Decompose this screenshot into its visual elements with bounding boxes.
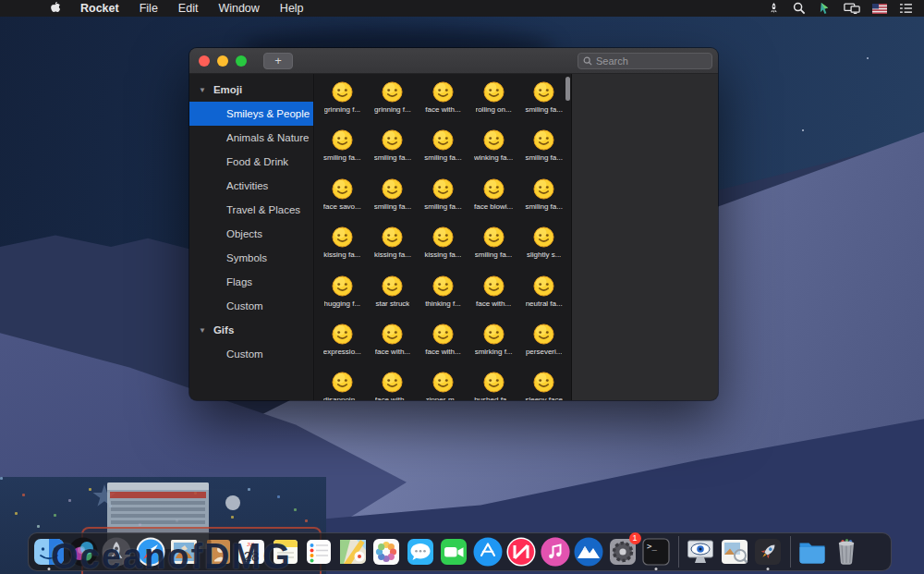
scrollbar-thumb[interactable] [565, 77, 570, 101]
emoji-cell[interactable]: winking fa... [468, 126, 519, 174]
disclosure-triangle-icon[interactable]: ▼ [199, 326, 206, 335]
dock-maps[interactable] [337, 534, 369, 569]
sidebar-item-travel-places[interactable]: Travel & Places [189, 198, 313, 222]
dock-notes[interactable] [270, 534, 301, 569]
menu-app-name[interactable]: Rocket [80, 2, 119, 15]
running-indicator-dot [48, 568, 51, 570]
dock-calendar[interactable]: JUL28 [236, 534, 267, 569]
emoji-cell[interactable]: star struck [368, 272, 419, 320]
sidebar-item-custom[interactable]: Custom [189, 294, 313, 318]
us-flag-icon[interactable] [872, 4, 887, 14]
dock-divider [790, 536, 791, 568]
emoji-cell[interactable]: face blowi... [468, 175, 519, 223]
emoji-cell[interactable]: smiling fa... [518, 126, 569, 174]
emoji-cell[interactable]: face savo... [317, 175, 368, 223]
dock-trash[interactable] [831, 534, 862, 569]
displays-icon[interactable] [844, 3, 860, 15]
close-button[interactable] [199, 55, 210, 67]
emoji-cell[interactable]: smiling fa... [418, 126, 468, 174]
emoji-cell[interactable]: smiling fa... [518, 78, 569, 126]
emoji-cell[interactable]: disappoin... [317, 368, 368, 400]
emoji-cell[interactable]: grinning f... [368, 78, 419, 126]
emoji-cell[interactable]: grinning f... [317, 78, 368, 126]
notification-badge: 1 [629, 532, 641, 544]
dock-installer-mojave[interactable] [573, 534, 604, 569]
emoji-cell[interactable]: thinking f... [418, 272, 468, 320]
sidebar-item-smileys-people[interactable]: Smileys & People [189, 102, 313, 126]
rocket-icon[interactable] [767, 2, 781, 16]
emoji-cell[interactable]: hushed fa... [468, 368, 519, 400]
dock-siri[interactable] [67, 534, 99, 569]
disclosure-triangle-icon[interactable]: ▼ [199, 86, 206, 94]
zoom-button[interactable] [236, 55, 247, 67]
dock-safari[interactable] [135, 534, 166, 569]
dock-terminal[interactable]: >_ [640, 534, 672, 569]
sidebar-section-gifs[interactable]: ▼Gifs [189, 318, 313, 342]
dock-system-preferences[interactable]: 1 [607, 534, 638, 569]
emoji-cell[interactable]: smiling fa... [418, 175, 468, 223]
emoji-cell[interactable]: sleepy face [518, 368, 569, 400]
search-field[interactable] [578, 53, 712, 69]
emoji-cell[interactable]: hugging f... [317, 272, 368, 320]
menu-edit[interactable]: Edit [178, 2, 199, 15]
sidebar-item-activities[interactable]: Activities [189, 174, 313, 198]
menu-file[interactable]: File [140, 2, 158, 15]
screen-share-icon[interactable] [818, 2, 832, 15]
emoji-cell[interactable]: kissing fa... [418, 223, 468, 271]
apple-menu-icon[interactable] [48, 0, 60, 17]
sidebar-section-emoji[interactable]: ▼Emoji [189, 78, 313, 102]
dock-launchpad[interactable] [101, 534, 132, 569]
sidebar-item-flags[interactable]: Flags [189, 270, 313, 294]
dock-finder[interactable] [33, 534, 65, 569]
emoji-cell[interactable]: smiling fa... [368, 126, 419, 174]
emoji-cell[interactable]: smirking f... [468, 320, 519, 368]
emoji-cell[interactable]: smiling fa... [518, 175, 569, 223]
sidebar-item-custom[interactable]: Custom [189, 342, 313, 366]
dock-contacts[interactable] [202, 534, 234, 569]
emoji-cell[interactable]: smiling fa... [317, 126, 368, 174]
dock-mail[interactable] [168, 534, 200, 569]
emoji-cell[interactable]: slightly s... [518, 223, 569, 271]
dock-news[interactable] [505, 534, 537, 569]
search-input[interactable] [596, 55, 707, 67]
dock-preview[interactable] [719, 534, 750, 569]
add-button[interactable]: + [263, 53, 293, 69]
emoji-cell[interactable]: neutral fa... [518, 272, 569, 320]
window-titlebar[interactable]: + [189, 48, 718, 74]
sidebar-item-food-drink[interactable]: Food & Drink [189, 150, 313, 174]
menu-window[interactable]: Window [218, 2, 259, 15]
emoji-cell[interactable]: smiling fa... [468, 223, 519, 271]
emoji-cell[interactable]: kissing fa... [317, 223, 368, 271]
menu-help[interactable]: Help [280, 2, 304, 15]
emoji-cell[interactable]: face with... [468, 272, 519, 320]
emoji-cell[interactable]: rolling on... [468, 78, 519, 126]
dock-rocket[interactable] [752, 534, 784, 569]
emoji-label: thinking f... [425, 299, 461, 308]
dock-downloads-folder[interactable] [796, 534, 828, 569]
emoji-label: expressio... [323, 348, 361, 356]
dock-itunes[interactable] [540, 534, 571, 569]
list-icon[interactable] [899, 3, 913, 14]
sidebar-item-symbols[interactable]: Symbols [189, 246, 313, 270]
spotlight-search-icon[interactable] [793, 2, 806, 15]
dock-facetime[interactable] [438, 534, 469, 569]
dock-reminders[interactable] [303, 534, 334, 569]
dock-screen-sharing[interactable] [685, 534, 716, 569]
dock-photos[interactable] [371, 534, 402, 569]
sidebar-item-objects[interactable]: Objects [189, 222, 313, 246]
emoji-cell[interactable]: face with... [368, 368, 419, 400]
dock-app-store[interactable] [472, 534, 504, 569]
emoji-cell[interactable]: face with... [418, 320, 468, 368]
minimize-button[interactable] [217, 55, 228, 67]
emoji-label: smiling fa... [525, 153, 562, 162]
emoji-cell[interactable]: face with... [368, 320, 419, 368]
dock-messages[interactable] [405, 534, 436, 569]
emoji-cell[interactable]: kissing fa... [368, 223, 419, 271]
emoji-cell[interactable]: face with... [418, 78, 468, 126]
emoji-cell[interactable]: zipper-m... [418, 368, 468, 400]
emoji-label: face with... [375, 348, 410, 356]
sidebar-item-animals-nature[interactable]: Animals & Nature [189, 126, 313, 150]
emoji-cell[interactable]: smiling fa... [368, 175, 419, 223]
emoji-cell[interactable]: perseveri... [518, 320, 569, 368]
emoji-cell[interactable]: expressio... [317, 320, 368, 368]
